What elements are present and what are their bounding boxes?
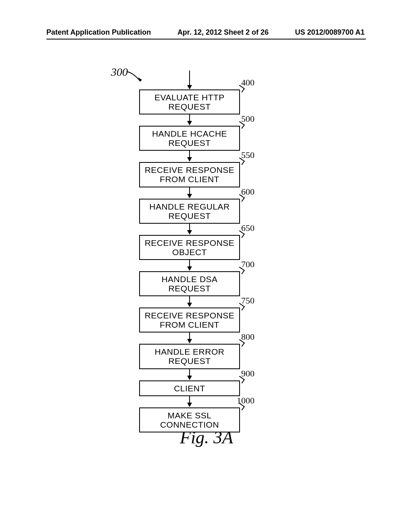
- connector-arrow-icon: [139, 369, 240, 380]
- header-right: US 2012/0089700 A1: [295, 28, 365, 37]
- step-text-line2: FROM CLIENT: [142, 320, 238, 329]
- step-ref-number: 900: [241, 368, 254, 379]
- flowchart: 400 EVALUATE HTTP REQUEST 500 HANDLE HCA…: [139, 71, 240, 432]
- flow-step: 500 HANDLE HCACHE REQUEST: [139, 126, 240, 151]
- step-text-line1: HANDLE HCACHE REQUEST: [142, 129, 238, 148]
- step-text-line1: HANDLE ERROR REQUEST: [142, 347, 238, 366]
- connector-arrow-icon: [139, 260, 240, 271]
- connector-arrow-icon: [139, 332, 240, 344]
- step-box: RECEIVE RESPONSE FROM CLIENT: [139, 308, 240, 332]
- step-text-line2: FROM CLIENT: [142, 175, 238, 184]
- step-text-line1: EVALUATE HTTP REQUEST: [142, 93, 238, 111]
- step-text-line1: RECEIVE RESPONSE: [142, 311, 238, 320]
- flow-step: 650 RECEIVE RESPONSE OBJECT: [139, 235, 240, 260]
- step-ref-number: 700: [241, 259, 254, 270]
- connector-arrow-icon: [139, 296, 240, 308]
- step-ref-number: 650: [241, 223, 254, 233]
- step-box: HANDLE DSA REQUEST: [139, 271, 240, 296]
- connector-arrow-icon: [139, 151, 240, 162]
- flow-step: 400 EVALUATE HTTP REQUEST: [139, 89, 240, 114]
- flow-step: 800 HANDLE ERROR REQUEST: [139, 344, 240, 369]
- page-header: Patent Application Publication Apr. 12, …: [0, 28, 413, 37]
- connector-arrow-icon: [139, 187, 240, 199]
- step-ref-number: 750: [241, 295, 254, 306]
- flowchart-reference-number: 300: [111, 66, 128, 79]
- step-ref-number: 500: [241, 114, 254, 124]
- step-ref-number: 400: [241, 77, 254, 88]
- step-box: RECEIVE RESPONSE FROM CLIENT: [139, 162, 240, 187]
- step-box: HANDLE HCACHE REQUEST: [139, 126, 240, 151]
- flow-step: 600 HANDLE REGULAR REQUEST: [139, 199, 240, 224]
- step-box: RECEIVE RESPONSE OBJECT: [139, 235, 240, 260]
- connector-arrow-icon: [139, 224, 240, 235]
- flow-step: 550 RECEIVE RESPONSE FROM CLIENT: [139, 162, 240, 187]
- step-box: EVALUATE HTTP REQUEST: [139, 89, 240, 114]
- step-text-line1: RECEIVE RESPONSE: [142, 165, 238, 175]
- step-text-line1: HANDLE DSA REQUEST: [142, 274, 238, 293]
- step-ref-number: 550: [241, 150, 254, 160]
- header-rule: [46, 39, 366, 39]
- step-ref-number: 800: [241, 332, 254, 342]
- flow-step: 750 RECEIVE RESPONSE FROM CLIENT: [139, 308, 240, 332]
- figure-caption: Fig. 3A: [0, 427, 413, 448]
- step-text-line1: HANDLE REGULAR REQUEST: [142, 202, 238, 220]
- entry-arrow-icon: [139, 71, 240, 89]
- step-text-line1: CLIENT: [142, 384, 238, 393]
- flow-step: 700 HANDLE DSA REQUEST: [139, 271, 240, 296]
- header-center: Apr. 12, 2012 Sheet 2 of 26: [177, 28, 269, 37]
- step-box: HANDLE REGULAR REQUEST: [139, 199, 240, 224]
- step-text-line1: MAKE SSL CONNECTION: [142, 411, 238, 429]
- header-left: Patent Application Publication: [46, 28, 151, 37]
- step-box: CLIENT: [139, 380, 240, 396]
- step-text-line1: RECEIVE RESPONSE OBJECT: [142, 238, 238, 257]
- connector-arrow-icon: [139, 396, 240, 407]
- connector-arrow-icon: [139, 114, 240, 126]
- step-box: HANDLE ERROR REQUEST: [139, 344, 240, 369]
- step-ref-number: 600: [241, 187, 254, 197]
- flow-step: 900 CLIENT: [139, 380, 240, 396]
